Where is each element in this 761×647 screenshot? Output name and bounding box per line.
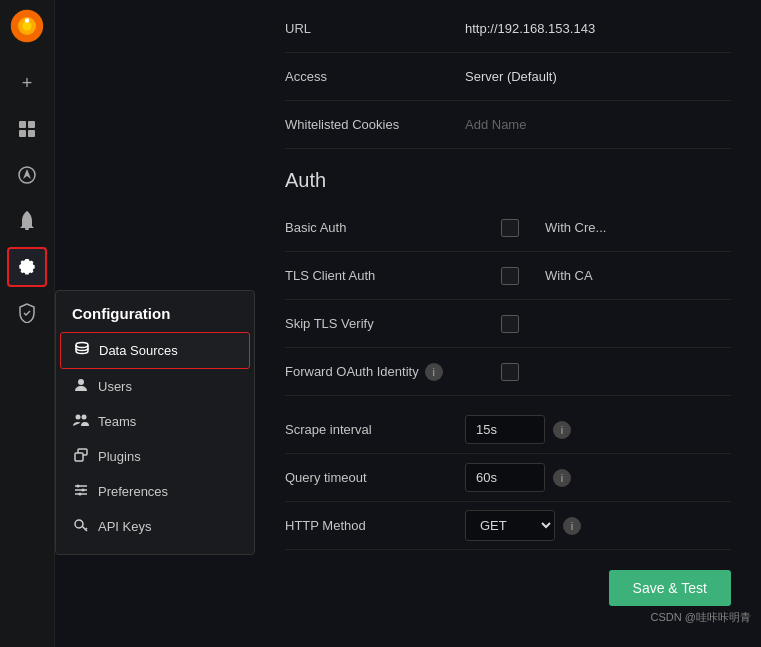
svg-point-13: [76, 415, 81, 420]
skip-tls-label: Skip TLS Verify: [285, 316, 485, 331]
tls-auth-row: TLS Client Auth With CA: [285, 252, 731, 300]
query-timeout-label: Query timeout: [285, 470, 465, 485]
access-text: Server (Default): [465, 69, 557, 84]
scrape-interval-label: Scrape interval: [285, 422, 465, 437]
basic-auth-label: Basic Auth: [285, 220, 485, 235]
config-panel-title: Configuration: [56, 301, 254, 332]
config-panel: Configuration Data Sources Users: [55, 290, 255, 555]
config-item-preferences-label: Preferences: [98, 484, 168, 499]
svg-rect-4: [19, 121, 26, 128]
http-method-value: GET POST i: [465, 510, 581, 541]
svg-point-11: [76, 343, 88, 348]
svg-rect-15: [75, 453, 83, 461]
config-item-teams[interactable]: Teams: [56, 404, 254, 439]
database-icon: [73, 341, 91, 360]
svg-point-14: [82, 415, 87, 420]
basic-auth-checkbox-box[interactable]: [501, 219, 519, 237]
svg-rect-5: [28, 121, 35, 128]
oauth-checkbox[interactable]: [485, 363, 535, 381]
scrape-interval-row: Scrape interval i: [285, 406, 731, 454]
plugin-icon: [72, 447, 90, 466]
svg-point-22: [75, 520, 83, 528]
oauth-checkbox-box[interactable]: [501, 363, 519, 381]
access-value: Server (Default): [465, 57, 731, 96]
user-icon: [72, 377, 90, 396]
url-value: http://192.168.153.143: [465, 9, 731, 48]
main-content: Configuration Data Sources Users: [55, 0, 761, 647]
skip-tls-checkbox-box[interactable]: [501, 315, 519, 333]
scrape-interval-value: i: [465, 415, 571, 444]
grafana-logo[interactable]: [9, 8, 45, 44]
access-row: Access Server (Default): [285, 53, 731, 101]
save-bar: Save & Test: [285, 570, 731, 606]
watermark: CSDN @哇咔咔明青: [651, 610, 751, 625]
auth-section-title: Auth: [285, 149, 731, 204]
oauth-label: Forward OAuth Identity i: [285, 363, 485, 381]
svg-point-19: [77, 485, 80, 488]
http-method-select-wrap: GET POST: [465, 510, 555, 541]
query-timeout-info-icon[interactable]: i: [553, 469, 571, 487]
http-method-row: HTTP Method GET POST i: [285, 502, 731, 550]
save-button[interactable]: Save & Test: [609, 570, 731, 606]
whitelisted-cookies-row: Whitelisted Cookies Add Name: [285, 101, 731, 149]
scrape-interval-input[interactable]: [465, 415, 545, 444]
url-row: URL http://192.168.153.143: [285, 5, 731, 53]
http-method-label: HTTP Method: [285, 518, 465, 533]
tls-auth-checkbox-box[interactable]: [501, 267, 519, 285]
access-label: Access: [285, 57, 465, 96]
svg-rect-6: [19, 130, 26, 137]
tls-auth-checkbox[interactable]: [485, 267, 535, 285]
config-item-plugins-label: Plugins: [98, 449, 141, 464]
bell-icon[interactable]: [7, 201, 47, 241]
apps-icon[interactable]: [7, 109, 47, 149]
whitelisted-cookies-label: Whitelisted Cookies: [285, 105, 465, 144]
skip-tls-row: Skip TLS Verify: [285, 300, 731, 348]
gear-icon[interactable]: [7, 247, 47, 287]
svg-point-20: [82, 489, 85, 492]
basic-auth-extra-label: With Cre...: [545, 220, 606, 235]
svg-point-12: [78, 379, 84, 385]
skip-tls-checkbox[interactable]: [485, 315, 535, 333]
http-method-info-icon[interactable]: i: [563, 517, 581, 535]
config-item-datasources-label: Data Sources: [99, 343, 178, 358]
query-timeout-input[interactable]: [465, 463, 545, 492]
config-item-apikeys[interactable]: API Keys: [56, 509, 254, 544]
basic-auth-checkbox[interactable]: [485, 219, 535, 237]
config-item-apikeys-label: API Keys: [98, 519, 151, 534]
sidebar: +: [0, 0, 55, 647]
query-timeout-row: Query timeout i: [285, 454, 731, 502]
svg-point-3: [25, 18, 30, 23]
whitelisted-cookies-value[interactable]: Add Name: [465, 105, 731, 144]
url-label: URL: [285, 9, 465, 48]
sliders-icon: [72, 482, 90, 501]
explore-icon[interactable]: [7, 155, 47, 195]
shield-icon[interactable]: [7, 293, 47, 333]
http-method-select[interactable]: GET POST: [465, 510, 555, 541]
basic-auth-row: Basic Auth With Cre...: [285, 204, 731, 252]
svg-marker-9: [23, 169, 31, 179]
config-item-teams-label: Teams: [98, 414, 136, 429]
svg-rect-7: [28, 130, 35, 137]
scrape-interval-info-icon[interactable]: i: [553, 421, 571, 439]
oauth-info-icon[interactable]: i: [425, 363, 443, 381]
svg-point-21: [79, 493, 82, 496]
config-item-preferences[interactable]: Preferences: [56, 474, 254, 509]
config-item-plugins[interactable]: Plugins: [56, 439, 254, 474]
create-icon[interactable]: +: [7, 63, 47, 103]
url-text: http://192.168.153.143: [465, 21, 595, 36]
tls-auth-extra-label: With CA: [545, 268, 593, 283]
whitelisted-cookies-placeholder: Add Name: [465, 117, 526, 132]
form-area: URL http://192.168.153.143 Access Server…: [255, 0, 761, 647]
oauth-row: Forward OAuth Identity i: [285, 348, 731, 396]
config-item-users[interactable]: Users: [56, 369, 254, 404]
key-icon: [72, 517, 90, 536]
config-item-datasources[interactable]: Data Sources: [60, 332, 250, 369]
team-icon: [72, 412, 90, 431]
query-timeout-value: i: [465, 463, 571, 492]
tls-auth-label: TLS Client Auth: [285, 268, 485, 283]
config-item-users-label: Users: [98, 379, 132, 394]
svg-rect-10: [25, 228, 29, 230]
